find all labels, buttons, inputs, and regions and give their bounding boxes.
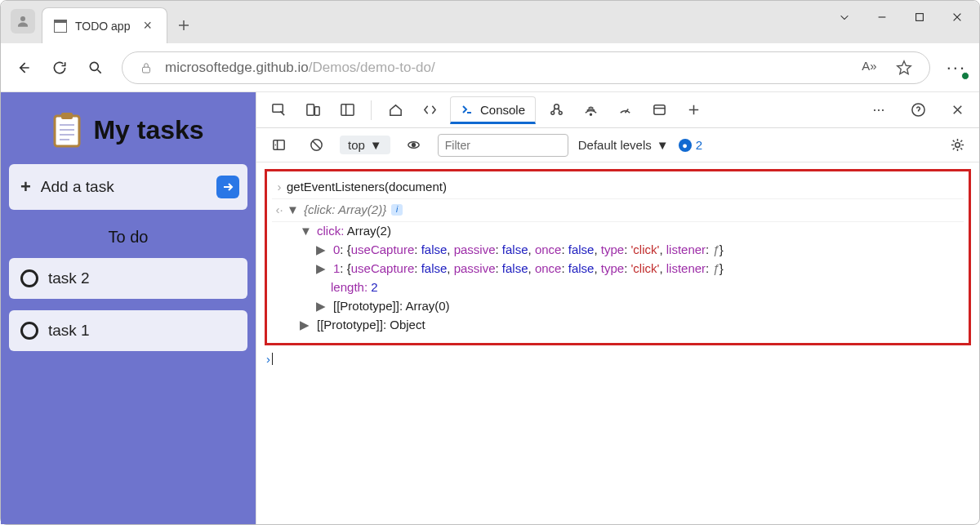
welcome-tab-button[interactable] — [381, 96, 409, 124]
window-minimize-button[interactable] — [863, 1, 901, 33]
console-levels-selector[interactable]: Default levels ▼ — [578, 138, 669, 152]
url-text: microsoftedge.github.io/Demos/demo-to-do… — [165, 60, 435, 76]
task-text: task 2 — [48, 269, 90, 287]
plus-icon: + — [20, 176, 31, 198]
console-issues-button[interactable]: ● 2 — [679, 138, 702, 152]
task-item[interactable]: task 1 — [9, 310, 247, 351]
console-result-summary[interactable]: ‹·▼ {click: Array(2)}i — [272, 199, 964, 222]
window-close-button[interactable] — [938, 1, 976, 33]
sources-tab-button[interactable] — [542, 96, 570, 124]
favorite-button[interactable] — [895, 59, 913, 77]
chevron-down-icon: ▼ — [657, 138, 669, 152]
app-header: My tasks — [9, 100, 247, 153]
svg-point-0 — [20, 16, 25, 21]
svg-rect-5 — [61, 113, 73, 119]
clipboard-icon — [52, 112, 82, 148]
app-title: My tasks — [93, 115, 203, 145]
issues-count: 2 — [696, 138, 702, 152]
svg-point-11 — [550, 111, 554, 114]
task-checkbox[interactable] — [20, 269, 38, 287]
task-item[interactable]: task 2 — [9, 258, 247, 299]
window-controls — [826, 1, 976, 43]
tab-close-button[interactable]: × — [138, 17, 157, 34]
highlight-box: ›getEventListeners(document) ‹·▼ {click:… — [265, 169, 971, 345]
add-task-card[interactable]: + Add a task — [9, 164, 247, 210]
svg-rect-8 — [314, 107, 319, 115]
search-icon — [87, 60, 104, 76]
search-button[interactable] — [86, 58, 105, 78]
console-filter-input[interactable] — [438, 134, 568, 157]
svg-rect-9 — [341, 105, 353, 115]
lock-icon — [139, 60, 154, 75]
user-icon — [16, 14, 30, 29]
console-input-echo: ›getEventListeners(document) — [272, 176, 964, 199]
svg-rect-6 — [272, 105, 282, 113]
address-bar[interactable]: microsoftedge.github.io/Demos/demo-to-do… — [122, 51, 930, 84]
task-checkbox[interactable] — [20, 322, 38, 340]
submit-task-button[interactable] — [216, 176, 239, 198]
devtools-panel: Console ··· top ▼ — [256, 92, 979, 524]
more-tabs-button[interactable] — [679, 96, 707, 124]
devtools-tabstrip: Console ··· — [256, 92, 979, 128]
refresh-button[interactable] — [50, 58, 69, 78]
network-tab-button[interactable] — [577, 96, 604, 124]
arrow-right-icon — [221, 180, 234, 194]
console-sidebar-toggle[interactable] — [265, 131, 292, 159]
console-levels-label: Default levels — [578, 138, 652, 152]
console-tree-row[interactable]: ▼ click: Array(2) — [272, 222, 964, 241]
svg-rect-4 — [55, 116, 79, 146]
svg-point-2 — [90, 62, 98, 70]
console-tree-row[interactable]: ▶ 1: {useCapture: false, passive: false,… — [272, 260, 964, 278]
svg-point-19 — [412, 144, 416, 147]
content-area: My tasks + Add a task To do task 2 task … — [1, 92, 979, 524]
svg-point-13 — [590, 113, 591, 115]
input-caret-icon: › — [272, 178, 287, 195]
refresh-icon — [51, 60, 68, 76]
output-caret-icon: ‹· — [272, 201, 287, 218]
cursor-icon — [272, 353, 273, 365]
window-maximize-button[interactable] — [901, 1, 938, 33]
todo-app: My tasks + Add a task To do task 2 task … — [1, 92, 256, 524]
svg-rect-14 — [653, 105, 664, 114]
application-tab-button[interactable] — [645, 96, 673, 124]
console-prompt[interactable]: › — [265, 345, 971, 369]
profile-chip[interactable] — [11, 9, 35, 33]
settings-menu-button[interactable]: ··· — [947, 57, 966, 78]
info-badge-icon[interactable]: i — [391, 204, 403, 216]
device-toolbar-button[interactable] — [299, 96, 327, 124]
performance-tab-button[interactable] — [611, 96, 639, 124]
devtools-help-button[interactable] — [904, 96, 932, 124]
console-toolbar: top ▼ Default levels ▼ ● 2 — [256, 128, 979, 162]
gear-icon — [950, 137, 965, 153]
console-tree-row[interactable]: ▶ 0: {useCapture: false, passive: false,… — [272, 241, 964, 260]
inspect-tool-button[interactable] — [265, 96, 292, 124]
devtools-close-button[interactable] — [943, 96, 971, 124]
console-tree-row[interactable]: ▶ [[Prototype]]: Array(0) — [272, 297, 964, 316]
address-bar-actions: A» — [862, 59, 912, 77]
reading-mode-button[interactable]: A» — [862, 59, 876, 77]
prompt-caret-icon: › — [266, 352, 270, 366]
console-settings-button[interactable] — [943, 131, 971, 159]
console-clear-button[interactable] — [302, 131, 330, 159]
plus-icon — [177, 19, 190, 32]
console-context-selector[interactable]: top ▼ — [340, 136, 390, 154]
back-button[interactable] — [14, 58, 33, 78]
console-tab[interactable]: Console — [450, 96, 536, 124]
svg-point-12 — [559, 111, 562, 114]
console-output[interactable]: ›getEventListeners(document) ‹·▼ {click:… — [256, 162, 979, 524]
window-chevron-button[interactable] — [826, 1, 863, 33]
svg-point-20 — [955, 143, 960, 148]
arrow-left-icon — [16, 60, 32, 76]
live-expression-button[interactable] — [400, 131, 428, 159]
dock-side-button[interactable] — [333, 96, 361, 124]
console-tree-row[interactable]: ▶ [[Prototype]]: Object — [272, 316, 964, 335]
browser-tab[interactable]: TODO app × — [42, 7, 167, 43]
devtools-more-button[interactable]: ··· — [865, 96, 893, 124]
console-tree-row[interactable]: length: 2 — [272, 278, 964, 297]
console-icon — [461, 103, 474, 116]
elements-tab-button[interactable] — [416, 96, 443, 124]
tab-title: TODO app — [75, 20, 130, 33]
new-tab-button[interactable] — [167, 7, 200, 43]
address-bar-row: microsoftedge.github.io/Demos/demo-to-do… — [1, 43, 979, 92]
issues-badge-icon: ● — [679, 139, 692, 152]
